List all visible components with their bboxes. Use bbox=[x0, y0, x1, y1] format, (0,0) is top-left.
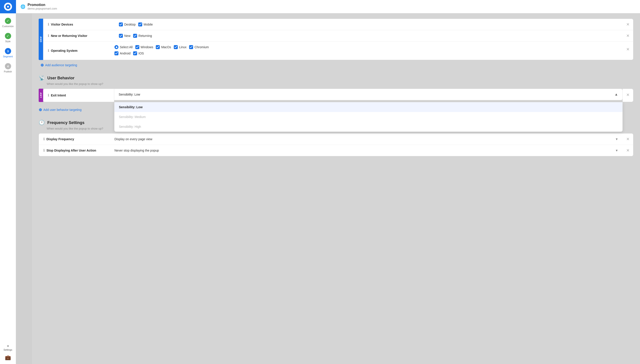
display-freq-info-icon[interactable]: ℹ bbox=[43, 137, 45, 141]
exit-intent-label-box: ℹ Exit Intent bbox=[43, 89, 114, 102]
visitor-devices-info-icon[interactable]: ℹ bbox=[48, 22, 49, 26]
add-behavior-plus-icon: ⊕ bbox=[39, 107, 42, 112]
sidebar-segment-label: Segment bbox=[3, 55, 13, 58]
os-label: ℹ Operating System bbox=[43, 45, 114, 56]
mobile-check-box[interactable] bbox=[138, 22, 142, 26]
targeting-row-os: ℹ Operating System Select All bbox=[43, 42, 633, 60]
and-badge: AND bbox=[39, 19, 43, 60]
logo[interactable] bbox=[0, 0, 16, 13]
sidebar-item-segment[interactable]: 3 Segment bbox=[0, 45, 16, 60]
macos-check-box[interactable] bbox=[156, 45, 160, 49]
new-visitor-checkbox[interactable]: New bbox=[119, 34, 130, 38]
ios-check-box[interactable] bbox=[133, 51, 137, 55]
desktop-check-box[interactable] bbox=[119, 22, 123, 26]
settings-icon: ⚙ bbox=[7, 345, 9, 348]
user-behavior-header: 📡 User Behavior bbox=[39, 75, 633, 81]
os-remove[interactable]: ✕ bbox=[623, 45, 633, 54]
settings-label: Settings bbox=[4, 348, 12, 351]
stop-displaying-info-icon[interactable]: ℹ bbox=[43, 148, 45, 152]
desktop-checkbox[interactable]: Desktop bbox=[119, 22, 136, 26]
sidebar-style-label: Style bbox=[5, 40, 10, 43]
visitor-type-info-icon[interactable]: ℹ bbox=[48, 34, 49, 38]
mobile-checkbox[interactable]: Mobile bbox=[138, 22, 153, 26]
stop-displaying-chevron-down-icon: ▼ bbox=[615, 149, 618, 152]
sidebar-item-style[interactable]: ✓ Style bbox=[0, 30, 16, 45]
visitor-devices-remove[interactable]: ✕ bbox=[623, 20, 633, 29]
display-freq-remove[interactable]: ✕ bbox=[623, 135, 633, 143]
macos-checkbox[interactable]: MacOs bbox=[156, 45, 171, 49]
any-badge: ANY bbox=[39, 89, 43, 102]
linux-checkbox[interactable]: Linux bbox=[174, 45, 186, 49]
os-row2: Android IOS bbox=[114, 51, 619, 55]
user-behavior-subtitle: When would you like the popup to show up… bbox=[47, 82, 633, 86]
frequency-icon: 🕐 bbox=[39, 120, 45, 126]
page-title: Promotion bbox=[28, 3, 57, 7]
add-audience-plus-icon: ⊕ bbox=[40, 63, 44, 68]
chromium-checkbox[interactable]: Chromium bbox=[189, 45, 209, 49]
segment-step-circle: 3 bbox=[5, 48, 11, 54]
os-row1: Select All Windows bbox=[114, 45, 619, 49]
select-all-radio-box[interactable] bbox=[114, 45, 118, 49]
visitor-devices-options: Desktop Mobile bbox=[114, 19, 623, 30]
chevron-up-icon: ▲ bbox=[614, 92, 618, 96]
exit-intent-select-wrapper: Sensibility: Low ▲ Sensibility: Low Sens… bbox=[114, 89, 623, 102]
android-checkbox[interactable]: Android bbox=[114, 51, 130, 55]
chevron-down-icon: ▼ bbox=[615, 137, 618, 141]
exit-intent-wrapper: ANY ℹ Exit Intent Sensibility: Low ▲ Sen… bbox=[39, 89, 633, 102]
visitor-devices-label: ℹ Visitor Devices bbox=[43, 19, 114, 30]
sidebar-publish-label: Publish bbox=[4, 70, 12, 73]
user-behavior-icon: 📡 bbox=[39, 75, 45, 81]
sidebar-item-publish[interactable]: 4 Publish bbox=[0, 60, 16, 76]
sensibility-dropdown: Sensibility: Low Sensibility: Medium Sen… bbox=[114, 102, 623, 132]
exit-intent-select[interactable]: Sensibility: Low ▲ bbox=[114, 89, 623, 100]
stop-displaying-remove[interactable]: ✕ bbox=[623, 146, 633, 155]
targeting-row-visitor-type: ℹ New or Returning Visitor New bbox=[43, 30, 633, 42]
sidebar-nav: ✓ Customize ✓ Style 3 Segment 4 Publish bbox=[0, 13, 16, 341]
sidebar: ✓ Customize ✓ Style 3 Segment 4 Publish … bbox=[0, 0, 16, 364]
windows-checkbox[interactable]: Windows bbox=[135, 45, 153, 49]
exit-intent-remove[interactable]: ✕ bbox=[623, 89, 633, 102]
ios-checkbox[interactable]: IOS bbox=[133, 51, 144, 55]
globe-icon: 🌐 bbox=[20, 4, 25, 9]
user-behavior-title: User Behavior bbox=[47, 76, 74, 80]
sidebar-customize-label: Customize bbox=[2, 25, 14, 28]
exit-intent-info-icon[interactable]: ℹ bbox=[48, 93, 49, 97]
returning-visitor-check-box[interactable] bbox=[133, 34, 137, 38]
briefcase-icon: 💼 bbox=[5, 355, 11, 360]
header: 🌐 Promotion demo.popupsmart.com bbox=[16, 0, 640, 13]
android-check-box[interactable] bbox=[114, 51, 118, 55]
windows-check-box[interactable] bbox=[135, 45, 139, 49]
user-behavior-section: 📡 User Behavior When would you like the … bbox=[39, 75, 633, 114]
display-frequency-select[interactable]: Display on every page view ▼ bbox=[110, 134, 623, 144]
os-info-icon[interactable]: ℹ bbox=[48, 49, 49, 53]
audience-targeting-group: AND ℹ Visitor Devices Desktop bbox=[39, 19, 633, 60]
publish-step-circle: 4 bbox=[5, 63, 11, 69]
dropdown-option-high[interactable]: Sensibility: High bbox=[114, 122, 622, 132]
stop-displaying-select[interactable]: Never stop displaying the popup ▼ bbox=[110, 145, 623, 156]
targeting-row-visitor-devices: ℹ Visitor Devices Desktop bbox=[43, 19, 633, 30]
returning-visitor-checkbox[interactable]: Returning bbox=[133, 34, 152, 38]
settings-button[interactable]: ⚙ Settings bbox=[4, 345, 12, 351]
sidebar-item-customize[interactable]: ✓ Customize bbox=[0, 15, 16, 30]
add-audience-targeting-button[interactable]: ⊕ Add audience targeting bbox=[40, 60, 633, 70]
linux-check-box[interactable] bbox=[174, 45, 178, 49]
visitor-type-remove[interactable]: ✕ bbox=[623, 32, 633, 40]
select-all-radio[interactable]: Select All bbox=[114, 45, 133, 49]
stop-displaying-row: ℹ Stop Displaying After User Action Neve… bbox=[39, 145, 633, 156]
frequency-title: Frequency Settings bbox=[47, 120, 84, 125]
display-frequency-row: ℹ Display Frequency Display on every pag… bbox=[39, 134, 633, 145]
page-subtitle: demo.popupsmart.com bbox=[28, 7, 57, 10]
chromium-check-box[interactable] bbox=[189, 45, 193, 49]
sidebar-bottom: ⚙ Settings 💼 bbox=[4, 341, 12, 364]
visitor-type-label: ℹ New or Returning Visitor bbox=[43, 30, 114, 41]
dropdown-option-low[interactable]: Sensibility: Low bbox=[114, 102, 622, 112]
main-content: AND ℹ Visitor Devices Desktop bbox=[32, 13, 640, 364]
new-visitor-check-box[interactable] bbox=[119, 34, 123, 38]
visitor-type-options: New Returning bbox=[114, 30, 623, 41]
display-frequency-label: ℹ Display Frequency bbox=[39, 134, 110, 145]
targeting-rows: ℹ Visitor Devices Desktop bbox=[43, 19, 633, 60]
frequency-group: ℹ Display Frequency Display on every pag… bbox=[39, 133, 633, 156]
dropdown-option-medium[interactable]: Sensibility: Medium bbox=[114, 112, 622, 122]
stop-displaying-label: ℹ Stop Displaying After User Action bbox=[39, 145, 110, 156]
